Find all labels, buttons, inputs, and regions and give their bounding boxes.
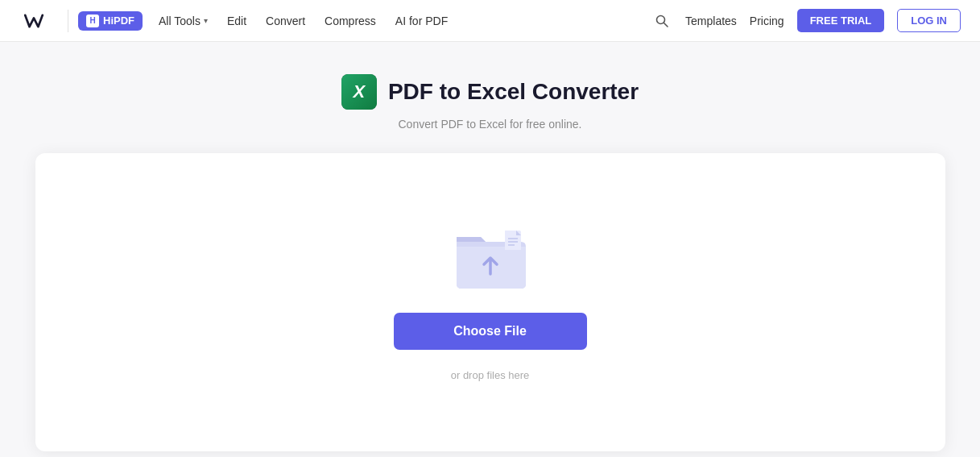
page-header: X PDF to Excel Converter Convert PDF to …: [341, 74, 639, 131]
page-subtitle: Convert PDF to Excel for free online.: [398, 118, 581, 131]
search-button[interactable]: [651, 10, 672, 31]
all-tools-chevron-icon: ▾: [204, 16, 208, 25]
nav-ai-for-pdf[interactable]: AI for PDF: [387, 10, 456, 32]
folder-illustration: [450, 224, 531, 293]
search-icon: [655, 14, 669, 28]
brand-logo[interactable]: [19, 6, 48, 35]
nav-convert[interactable]: Convert: [258, 10, 313, 32]
nav-links: All Tools ▾ Edit Convert Compress AI for…: [151, 10, 456, 32]
nav-divider: [68, 10, 68, 32]
hipdf-brand-badge[interactable]: H HiPDF: [78, 11, 143, 31]
nav-pricing-link[interactable]: Pricing: [750, 15, 784, 27]
drop-zone-card: Choose File or drop files here: [35, 153, 945, 451]
page-title-row: X PDF to Excel Converter: [341, 74, 639, 110]
nav-edit[interactable]: Edit: [219, 10, 254, 32]
wondershare-logo-icon: [19, 6, 48, 35]
svg-rect-0: [19, 6, 48, 35]
choose-file-button[interactable]: Choose File: [394, 313, 587, 350]
excel-x-letter: X: [354, 81, 366, 102]
drop-hint-text: or drop files here: [451, 369, 530, 381]
page-title: PDF to Excel Converter: [388, 79, 639, 105]
free-trial-button[interactable]: FREE TRIAL: [797, 9, 885, 32]
nav-templates-link[interactable]: Templates: [685, 15, 737, 27]
login-button[interactable]: LOG IN: [897, 9, 961, 32]
hipdf-icon: H: [86, 15, 99, 27]
nav-right-section: Templates Pricing FREE TRIAL LOG IN: [651, 9, 961, 32]
navbar: H HiPDF All Tools ▾ Edit Convert Compres…: [0, 0, 980, 42]
main-content: X PDF to Excel Converter Convert PDF to …: [0, 42, 980, 457]
hipdf-label: HiPDF: [103, 15, 134, 27]
nav-all-tools[interactable]: All Tools ▾: [151, 10, 216, 32]
nav-compress[interactable]: Compress: [316, 10, 384, 32]
svg-line-2: [664, 23, 668, 27]
excel-icon: X: [341, 74, 377, 110]
